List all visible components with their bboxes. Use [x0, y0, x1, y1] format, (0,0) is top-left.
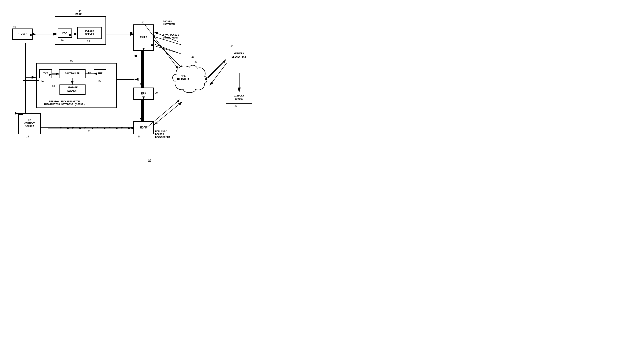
- svg-line-64: [208, 59, 226, 77]
- svg-marker-19: [104, 127, 106, 129]
- display-device-label: DISPLAYDEVICE: [234, 95, 244, 101]
- sync-docsis-downstream-label: SYNC DOCSISDOWNSTREAM: [163, 34, 179, 39]
- eqam-ref: 44: [155, 122, 158, 125]
- seidb-num: 92: [70, 60, 73, 62]
- erm-label: ERM: [141, 92, 146, 96]
- svg-line-24: [150, 102, 182, 128]
- int-left-num: 94: [41, 80, 44, 83]
- svg-marker-18: [92, 127, 94, 129]
- int-left-label: INT: [43, 72, 48, 76]
- pam-num: 86: [61, 39, 63, 42]
- label-52: 52: [88, 130, 90, 133]
- eqam-label: EQAM: [140, 126, 147, 130]
- eqam-box: EQAM: [133, 121, 154, 134]
- ip-content-source-box: IPCONTENTSOURCE: [18, 113, 41, 134]
- int-right-label: INT: [97, 72, 102, 76]
- svg-line-63: [208, 60, 226, 78]
- diagram-title: 90: [148, 159, 151, 162]
- ip-content-source-num: 12: [26, 135, 29, 138]
- cmts-label: CMTS: [140, 36, 147, 40]
- network-diagram: P-CSCF 82 PCRF 84 PAM 86 POLICYSERVER 88…: [0, 0, 311, 182]
- int-left-box: INT: [39, 69, 52, 78]
- hfc-num: 34: [194, 61, 197, 64]
- svg-line-26: [210, 61, 228, 85]
- cmts-num: 62: [141, 21, 144, 24]
- display-device-box: DISPLAYDEVICE: [226, 92, 252, 104]
- svg-marker-20: [116, 127, 118, 129]
- seidb-inner-label: SESSION ENCAPSULATIONINFORMATION DATABAS…: [44, 100, 85, 106]
- svg-marker-21: [128, 127, 130, 129]
- docsis-upstream-label: DOCSISUPSTREAM: [163, 20, 175, 26]
- pcrf-label: PCRF: [75, 13, 82, 16]
- svg-line-67: [154, 46, 178, 53]
- svg-marker-55: [72, 127, 74, 129]
- network-elements-label: NETWORKELEMENT(S): [232, 52, 246, 59]
- svg-marker-59: [121, 127, 123, 129]
- svg-marker-54: [60, 127, 62, 129]
- svg-marker-56: [84, 127, 87, 129]
- sync-num-64: 64: [162, 48, 165, 51]
- p-cscf-box: P-CSCF: [12, 28, 33, 40]
- eqam-num: 28: [138, 135, 140, 138]
- pam-box: PAM: [58, 28, 72, 38]
- non-sync-label: NON SYNCDOCSISDOWNSTREAM: [155, 130, 170, 139]
- controller-label: CONTROLLER: [65, 72, 80, 76]
- svg-line-25: [210, 61, 228, 85]
- svg-marker-17: [79, 127, 81, 129]
- svg-marker-16: [67, 127, 69, 129]
- svg-marker-57: [97, 127, 99, 129]
- ip-content-source-label: IPCONTENTSOURCE: [24, 119, 35, 129]
- network-elements-num: 32: [230, 45, 233, 48]
- storage-element-box: STORAGEELEMENT: [59, 84, 86, 95]
- network-elements-box: NETWORKELEMENT(S): [226, 48, 252, 63]
- svg-marker-60: [131, 127, 133, 129]
- svg-marker-58: [109, 127, 111, 129]
- p-cscf-num: 82: [13, 25, 16, 28]
- erm-box: ERM: [133, 88, 154, 100]
- display-device-num: 36: [234, 105, 237, 108]
- storage-element-num: 98: [52, 85, 55, 88]
- policy-server-label: POLICYSERVER: [85, 30, 94, 36]
- label-42: 42: [192, 56, 194, 59]
- policy-server-box: POLICYSERVER: [78, 27, 102, 39]
- storage-element-label: STORAGEELEMENT: [67, 86, 78, 93]
- int-right-box: INT: [94, 69, 106, 78]
- hfc-network-cloud: HFCNETWORK: [171, 63, 208, 97]
- controller-box: CONTROLLER: [59, 69, 86, 78]
- cmts-box: CMTS: [133, 24, 154, 51]
- policy-server-num: 88: [87, 40, 90, 43]
- int-right-num-95: 95: [98, 80, 101, 83]
- p-cscf-label: P-CSCF: [18, 32, 27, 36]
- pam-label: PAM: [62, 31, 67, 35]
- int-right-num-96: 96: [88, 72, 91, 75]
- svg-line-28: [151, 43, 181, 54]
- erm-num: 89: [155, 92, 158, 95]
- pcrf-num: 84: [78, 10, 81, 13]
